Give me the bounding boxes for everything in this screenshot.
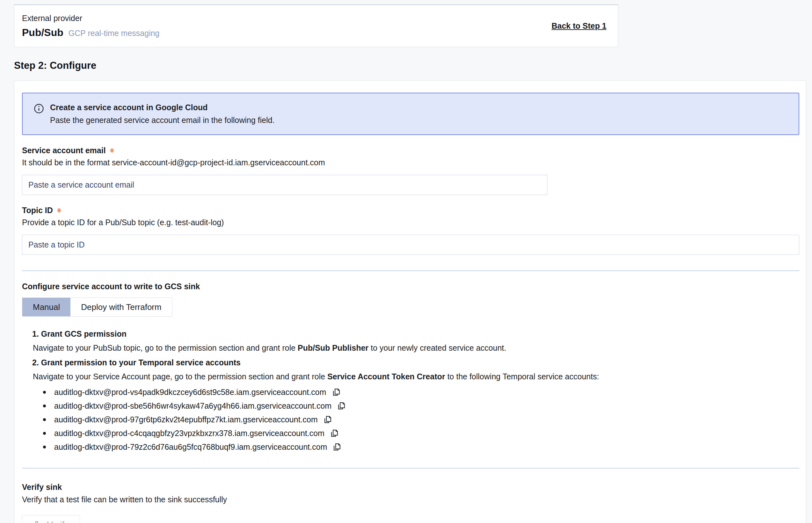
copy-icon [323, 415, 332, 424]
bullet-dot [43, 446, 46, 449]
info-banner-title: Create a service account in Google Cloud [50, 103, 275, 112]
section-divider [22, 270, 799, 271]
service-account-email: auditlog-dktxv@prod-79z2c6d76au6g5fcq768… [54, 443, 327, 452]
instruction-title: 1. Grant GCS permission [32, 329, 799, 339]
copy-icon [332, 387, 341, 397]
lightning-icon [33, 521, 42, 523]
back-to-step1-link[interactable]: Back to Step 1 [552, 21, 606, 31]
list-item: auditlog-dktxv@prod-sbe56h6wr4sykaw47a6y… [43, 400, 799, 411]
instruction-title-text: Grant GCS permission [41, 329, 126, 338]
service-account-list: auditlog-dktxv@prod-vs4padk9dkczcey6d6st… [32, 387, 799, 452]
topic-id-input[interactable] [22, 235, 799, 255]
info-banner-description: Paste the generated service account emai… [50, 115, 275, 125]
provider-tagline: GCP real-time messaging [69, 29, 160, 38]
verify-sink-title: Verify sink [22, 483, 799, 492]
instruction-body: Navigate to your PubSub topic, go to the… [33, 343, 799, 353]
copy-button[interactable] [322, 414, 333, 425]
info-banner: Create a service account in Google Cloud… [22, 93, 799, 135]
instruction-body: Navigate to your Service Account page, g… [33, 372, 799, 381]
list-item: auditlog-dktxv@prod-97gr6tp6zkv2t4epubff… [43, 414, 799, 425]
provider-info: External provider Pub/Sub GCP real-time … [22, 14, 160, 38]
copy-icon [330, 428, 339, 438]
verify-button-label: Verify [47, 520, 69, 523]
bullet-dot [43, 391, 46, 394]
bullet-dot [43, 418, 46, 421]
instruction-text: Navigate to your PubSub topic, go to the… [33, 343, 298, 352]
instruction-list: 1. Grant GCS permission Navigate to your… [22, 329, 799, 452]
provider-eyebrow: External provider [22, 14, 160, 23]
instruction-item: 2. Grant permission to your Temporal ser… [32, 358, 799, 452]
list-item: auditlog-dktxv@prod-vs4padk9dkczcey6d6st… [43, 387, 799, 397]
provider-title-row: Pub/Sub GCP real-time messaging [22, 27, 160, 38]
instruction-role-name: Pub/Sub Publisher [298, 343, 368, 352]
instruction-title: 2. Grant permission to your Temporal ser… [32, 358, 799, 367]
service-account-email-label-text: Service account email [22, 146, 106, 155]
info-banner-text: Create a service account in Google Cloud… [50, 103, 275, 125]
service-account-email-helper: It should be in the format service-accou… [22, 158, 799, 167]
service-account-email-label: Service account email [22, 146, 799, 155]
info-icon [33, 103, 44, 125]
service-account-email: auditlog-dktxv@prod-vs4padk9dkczcey6d6st… [54, 387, 326, 397]
instruction-number: 2. [32, 358, 39, 367]
verify-button[interactable]: Verify [22, 515, 80, 523]
sink-config-tabs: Manual Deploy with Terraform [22, 297, 172, 317]
copy-button[interactable] [336, 400, 347, 411]
tab-manual[interactable]: Manual [22, 298, 70, 316]
copy-button[interactable] [331, 387, 342, 397]
provider-name: Pub/Sub [22, 27, 64, 38]
instruction-text: to your newly created service account. [368, 343, 506, 352]
required-dot [57, 208, 61, 213]
service-account-email-input[interactable] [22, 175, 547, 195]
copy-icon [332, 442, 342, 452]
required-dot [110, 148, 114, 152]
service-account-email: auditlog-dktxv@prod-97gr6tp6zkv2t4epubff… [54, 415, 318, 424]
instruction-text: Navigate to your Service Account page, g… [33, 372, 327, 381]
section-divider [22, 468, 799, 469]
instruction-number: 1. [32, 329, 39, 338]
page-title: Step 2: Configure [14, 60, 812, 71]
service-account-email: auditlog-dktxv@prod-sbe56h6wr4sykaw47a6y… [54, 401, 332, 411]
provider-header-card: External provider Pub/Sub GCP real-time … [14, 4, 618, 47]
instruction-text: to the following Temporal service accoun… [445, 372, 599, 381]
service-account-email: auditlog-dktxv@prod-c4cqaqgbfzy23vpzkbxz… [54, 429, 324, 438]
copy-button[interactable] [332, 441, 342, 452]
list-item: auditlog-dktxv@prod-79z2c6d76au6g5fcq768… [43, 441, 799, 452]
verify-sink-helper: Verify that a test file can be written t… [22, 495, 799, 504]
topic-id-label: Topic ID [22, 206, 799, 215]
copy-icon [337, 401, 346, 411]
instruction-item: 1. Grant GCS permission Navigate to your… [32, 329, 799, 353]
list-item: auditlog-dktxv@prod-c4cqaqgbfzy23vpzkbxz… [43, 428, 799, 438]
bullet-dot [43, 432, 46, 435]
tab-deploy-with-terraform[interactable]: Deploy with Terraform [70, 298, 172, 316]
bullet-dot [43, 404, 46, 408]
copy-button[interactable] [329, 428, 340, 438]
topic-id-label-text: Topic ID [22, 206, 53, 215]
instruction-title-text: Grant permission to your Temporal servic… [41, 358, 241, 367]
topic-id-helper: Provide a topic ID for a Pub/Sub topic (… [22, 218, 799, 227]
sink-section-title: Configure service account to write to GC… [22, 282, 799, 291]
configure-card: Create a service account in Google Cloud… [14, 80, 806, 523]
instruction-role-name: Service Account Token Creator [327, 372, 445, 381]
